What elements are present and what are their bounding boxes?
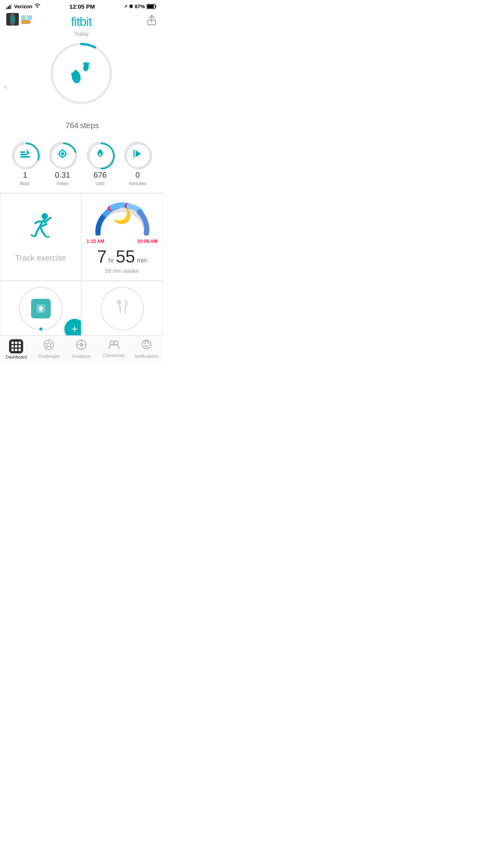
time-display: 12:05 PM	[70, 3, 95, 10]
stat-cals[interactable]: 676 cals	[87, 142, 114, 186]
miles-icon	[57, 149, 68, 162]
svg-marker-26	[27, 149, 30, 154]
dashboard-icon	[9, 339, 23, 353]
add-fab-button[interactable]: +	[64, 319, 81, 336]
location-icon: ↗	[124, 4, 127, 9]
svg-marker-40	[46, 342, 52, 348]
nav-guidance[interactable]: Guidance	[65, 336, 98, 362]
stat-minutes[interactable]: 0 minutes	[124, 142, 151, 186]
notifications-icon	[141, 339, 152, 353]
sleep-times: 1:15 AM 10:09 AM	[86, 239, 158, 244]
sleep-end: 10:09 AM	[137, 239, 158, 244]
nav-guidance-label: Guidance	[72, 354, 90, 359]
svg-point-43	[81, 344, 82, 346]
steps-icon	[68, 57, 95, 90]
nav-challenges[interactable]: Challenges	[33, 336, 65, 362]
cals-value: 676	[94, 171, 106, 180]
sleep-card[interactable]: 🌙 1:15 AM 10:09 AM 7 hr 55 min 59 min aw…	[81, 193, 163, 281]
exercise-label: Track exercise	[15, 254, 66, 263]
svg-point-46	[142, 340, 151, 349]
battery-icon	[147, 4, 156, 9]
svg-marker-34	[136, 150, 141, 157]
log-icon	[31, 299, 51, 318]
nav-dashboard-label: Dashboard	[6, 355, 27, 359]
share-button[interactable]	[147, 15, 156, 28]
device-icon	[6, 13, 19, 26]
miles-label: miles	[57, 180, 68, 186]
cards-grid: Track exercise	[0, 193, 163, 281]
device-battery	[21, 20, 30, 24]
svg-rect-25	[20, 151, 25, 153]
exercise-card[interactable]: Track exercise	[0, 193, 81, 281]
log-circle	[19, 287, 62, 330]
exercise-icon	[25, 211, 57, 249]
minutes-circle	[124, 142, 151, 168]
battery-percent: 87%	[135, 4, 145, 9]
challenges-icon	[43, 339, 54, 353]
floor-circle	[12, 142, 39, 168]
app-header: (((·))) fitbit	[0, 11, 163, 31]
nav-notifications-label: Notifications	[135, 354, 158, 359]
carrier-label: Verizon	[14, 4, 32, 9]
bottom-nav: Dashboard Challenges Guidance	[0, 336, 163, 362]
steps-count: 764steps	[64, 109, 99, 133]
signal-bars	[6, 4, 12, 9]
svg-point-48	[147, 342, 149, 344]
status-bar: Verizon 12:05 PM ↗ ✱ 87%	[0, 0, 163, 11]
log-card[interactable]: +	[0, 281, 81, 336]
svg-rect-6	[11, 24, 14, 25]
minutes-value: 0	[136, 171, 140, 180]
svg-rect-38	[39, 311, 42, 311]
svg-rect-4	[11, 16, 15, 22]
stat-floor[interactable]: 1 floor	[12, 142, 39, 186]
steps-circle[interactable]	[48, 40, 115, 107]
nav-notifications[interactable]: Notifications	[130, 336, 163, 362]
svg-rect-24	[20, 154, 28, 155]
sleep-duration: 7 hr 55 min	[97, 247, 147, 266]
svg-point-30	[61, 152, 64, 155]
floor-label: floor	[20, 180, 30, 186]
food-card[interactable]	[81, 281, 163, 336]
nav-community-label: Community	[103, 353, 125, 358]
sleep-awake: 59 min awake	[105, 268, 139, 274]
food-circle	[101, 287, 144, 330]
food-icon	[114, 299, 130, 318]
floor-icon	[20, 148, 31, 162]
svg-point-47	[144, 342, 146, 344]
svg-rect-23	[20, 156, 30, 158]
community-icon	[108, 339, 120, 352]
cals-circle	[87, 142, 114, 168]
svg-point-44	[110, 341, 114, 345]
sync-waves: (((·)))	[21, 15, 32, 20]
minutes-icon	[132, 149, 143, 162]
miles-circle	[49, 142, 76, 168]
sleep-gauge: 🌙	[91, 200, 154, 235]
miles-value: 0.31	[55, 171, 70, 180]
guidance-icon	[76, 339, 87, 353]
status-left: Verizon	[6, 4, 40, 9]
nav-challenges-label: Challenges	[38, 354, 60, 359]
svg-rect-2	[147, 5, 154, 8]
stats-row: 1 floor 0.31 miles	[0, 138, 163, 193]
steps-section: ‹	[0, 40, 163, 133]
svg-point-45	[114, 341, 118, 345]
cals-icon	[95, 148, 105, 162]
wifi-icon	[34, 4, 40, 9]
bluetooth-icon: ✱	[129, 4, 133, 9]
app-title: fitbit	[71, 15, 92, 29]
sleep-start: 1:15 AM	[86, 239, 105, 244]
cals-label: cals	[95, 180, 105, 186]
bottom-cards: +	[0, 281, 163, 336]
minutes-label: minutes	[128, 180, 147, 186]
status-right: ↗ ✱ 87%	[124, 4, 156, 9]
date-label: Today	[0, 31, 163, 37]
svg-rect-5	[11, 14, 14, 15]
prev-button[interactable]: ‹	[4, 81, 7, 92]
svg-point-37	[39, 306, 43, 310]
device-info: (((·)))	[6, 13, 32, 26]
nav-community[interactable]: Community	[97, 336, 130, 362]
floor-value: 1	[23, 171, 27, 180]
svg-rect-1	[155, 6, 156, 7]
nav-dashboard[interactable]: Dashboard	[0, 336, 33, 362]
stat-miles[interactable]: 0.31 miles	[49, 142, 76, 186]
